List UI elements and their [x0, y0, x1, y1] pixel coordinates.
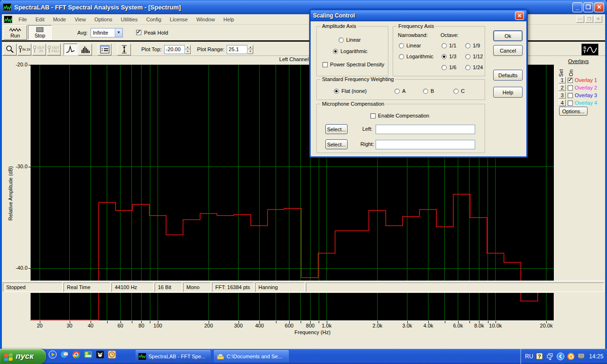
mdi-minimize-button[interactable]: — — [576, 16, 584, 23]
octave-1-12-radio[interactable]: 1/12 — [465, 54, 483, 59]
overlay-4-checkbox[interactable] — [568, 100, 573, 106]
menu-license[interactable]: License — [166, 15, 192, 24]
power-spectral-density-checkbox[interactable]: Power Spectral Density — [322, 62, 384, 67]
overlay-1-set-button[interactable]: 1 — [559, 77, 566, 83]
minimize-button[interactable]: _ — [572, 2, 582, 12]
status-bar: Stopped Real Time 44100 Hz 16 Bit Mono F… — [2, 281, 605, 293]
overlay-2-checkbox[interactable] — [568, 85, 573, 91]
task-button-spectralab[interactable]: SpectraLAB - FFT Spe... — [136, 350, 211, 363]
overlays-on-label: On — [568, 70, 574, 77]
menu-mode[interactable]: Mode — [49, 15, 71, 24]
y-tick-mark — [28, 65, 31, 65]
frequency-linear-radio[interactable]: Linear — [399, 43, 421, 48]
scaling-control-dialog: Scaling Control ✕ Amplitude Axis Linear … — [309, 9, 528, 158]
zoom-out-2x-button[interactable]: OUT 2X — [32, 44, 46, 55]
clock[interactable]: 14:25 — [589, 353, 603, 360]
menu-config[interactable]: Config — [142, 15, 166, 24]
mdi-child-icon[interactable] — [4, 16, 12, 23]
histogram-icon — [81, 45, 90, 54]
ok-button[interactable]: Ok — [493, 30, 523, 41]
fox-app-icon[interactable] — [96, 350, 104, 359]
language-indicator[interactable]: RU — [525, 353, 533, 360]
menu-edit[interactable]: Edit — [31, 15, 49, 24]
close-button[interactable]: ✕ — [594, 2, 604, 12]
autoscale-button[interactable] — [117, 44, 131, 55]
select-right-button[interactable]: Select... — [325, 139, 348, 149]
run-button[interactable]: Run — [3, 25, 27, 40]
defaults-button[interactable]: Defaults — [493, 70, 523, 81]
overlay-3-checkbox[interactable] — [568, 93, 573, 98]
cancel-button[interactable]: Cancel — [493, 45, 523, 56]
overlay-options-button[interactable]: Options... — [559, 107, 588, 116]
octave-1-9-radio[interactable]: 1/9 — [465, 43, 480, 48]
menu-utilities[interactable]: Utilities — [117, 15, 142, 24]
spectrum-view-button[interactable] — [64, 44, 77, 55]
menu-window[interactable]: Window — [192, 15, 219, 24]
menu-view[interactable]: View — [70, 15, 90, 24]
maximize-button[interactable]: ❐ — [583, 2, 593, 12]
amplitude-logarithmic-radio[interactable]: Logarithmic — [333, 48, 368, 54]
weighting-a-radio[interactable]: A — [395, 88, 405, 94]
histogram-view-button[interactable] — [78, 44, 92, 55]
x-tick-label: 200 — [195, 323, 222, 328]
avg-value: Infinite — [91, 30, 115, 36]
chrome-browser-icon[interactable] — [72, 350, 81, 359]
mdi-close-button[interactable]: ✕ — [594, 16, 602, 23]
menu-file[interactable]: File — [14, 15, 31, 24]
restore-tray-icon[interactable] — [546, 353, 554, 360]
octave-1-3-radio[interactable]: 1/3 — [441, 54, 456, 59]
octave-1-6-radio[interactable]: 1/6 — [441, 64, 456, 70]
weighting-caption: Standard Frequency Weighting — [321, 76, 395, 82]
select-left-button[interactable]: Select... — [325, 124, 348, 134]
weighting-flat-radio[interactable]: Flat (none) — [334, 88, 367, 94]
task-button-explorer[interactable]: C:\Documents and Se... — [214, 350, 289, 363]
help-tray-icon[interactable]: ? — [536, 353, 543, 360]
plot-range-spinner[interactable]: ▲▼ — [248, 45, 253, 54]
octave-1-1-radio[interactable]: 1/1 — [441, 43, 456, 48]
amplitude-linear-radio[interactable]: Linear — [339, 37, 361, 43]
frequency-logarithmic-radio[interactable]: Logarithmic — [399, 54, 433, 59]
status-bit-depth: 16 Bit — [155, 282, 182, 292]
window-title: SpectraLAB - FFT Spectral Analysis Syste… — [14, 4, 181, 11]
left-compensation-input[interactable] — [376, 125, 475, 134]
overlay-4-set-button[interactable]: 4 — [559, 100, 566, 106]
zoom-tool-button[interactable] — [3, 44, 17, 55]
hide-icons-arrow-icon[interactable] — [557, 353, 564, 360]
dialog-close-icon[interactable]: ✕ — [515, 11, 524, 20]
pictures-app-icon[interactable] — [84, 350, 92, 359]
enable-compensation-checkbox[interactable]: Enable Compensation — [370, 113, 429, 118]
status-filler — [306, 282, 604, 292]
overlay-2-set-button[interactable]: 2 — [559, 84, 566, 91]
display-options-button[interactable] — [98, 44, 111, 55]
mic-compensation-caption: Microphone Compensation — [321, 101, 386, 107]
media-player-icon[interactable] — [48, 350, 57, 359]
menu-help[interactable]: Help — [219, 15, 239, 24]
weighting-b-radio[interactable]: B — [423, 88, 434, 94]
plot-top-spinner[interactable]: ▲▼ — [185, 45, 191, 54]
antivirus-tray-icon[interactable] — [567, 353, 575, 360]
mail-client-icon[interactable] — [60, 350, 69, 359]
overlay-3-label: Overlay 3 — [575, 92, 597, 98]
display-tray-icon[interactable] — [578, 353, 585, 360]
mic-compensation-group: Microphone Compensation Enable Compensat… — [316, 104, 485, 153]
chevron-down-icon[interactable]: ▼ — [115, 28, 122, 37]
x-axis-label: Frequency (Hz) — [241, 329, 384, 335]
overlay-1-checkbox[interactable] — [568, 78, 573, 83]
start-button[interactable]: пуск — [0, 349, 46, 364]
weighting-c-radio[interactable]: C — [453, 88, 465, 94]
mdi-restore-button[interactable]: ❐ — [585, 16, 593, 23]
plot-range-label: Plot Range: — [197, 46, 224, 52]
clock-app-icon[interactable] — [108, 350, 116, 359]
overlay-3-set-button[interactable]: 3 — [559, 92, 566, 99]
plot-top-input[interactable]: -20.00 — [164, 45, 185, 54]
zoom-in-2x-button[interactable]: IN 2X — [18, 44, 31, 55]
avg-dropdown[interactable]: Infinite ▼ — [91, 28, 123, 37]
stop-button[interactable]: Stop — [28, 25, 52, 40]
menu-options[interactable]: Options — [90, 15, 117, 24]
help-button[interactable]: Help — [493, 87, 523, 98]
zoom-out-full-button[interactable]: OUT FULL — [47, 44, 61, 55]
right-compensation-input[interactable] — [376, 140, 475, 149]
peak-hold-checkbox[interactable] — [136, 30, 141, 35]
plot-range-input[interactable]: 25.1 — [227, 45, 248, 54]
octave-1-24-radio[interactable]: 1/24 — [465, 64, 483, 70]
